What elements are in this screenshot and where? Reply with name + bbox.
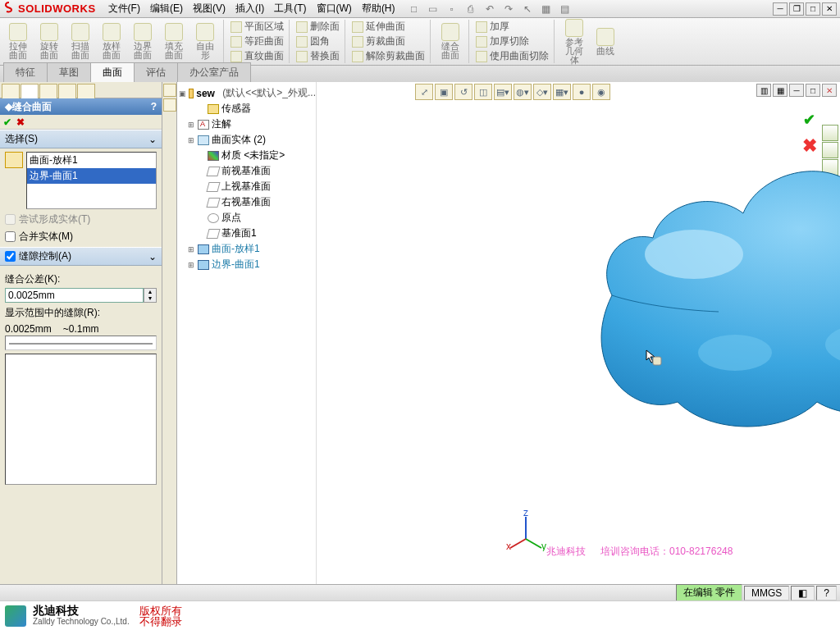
pm-ok-icon[interactable]: ✔ bbox=[3, 116, 11, 128]
qat-select-icon[interactable]: ↖ bbox=[519, 2, 536, 16]
rb-fill-surface[interactable]: 填充曲面 bbox=[161, 23, 187, 60]
tp-explorer-icon[interactable] bbox=[822, 159, 838, 176]
vt-render-icon[interactable]: ◉ bbox=[592, 84, 610, 100]
vt-prev-icon[interactable]: ↺ bbox=[454, 84, 472, 100]
rb-trim[interactable]: 剪裁曲面 bbox=[352, 34, 425, 48]
menu-help[interactable]: 帮助(H) bbox=[358, 0, 399, 17]
chk-merge[interactable]: 合并实体(M) bbox=[5, 230, 157, 244]
tree-plane1[interactable]: 基准面1 bbox=[221, 226, 257, 240]
tolerance-input[interactable] bbox=[5, 288, 144, 303]
vt-zoomfit-icon[interactable]: ⤢ bbox=[415, 84, 433, 100]
rb-extend[interactable]: 延伸曲面 bbox=[352, 20, 425, 34]
pm-tab-feature-icon[interactable] bbox=[2, 84, 20, 98]
doc-min-icon[interactable]: ─ bbox=[789, 84, 804, 97]
expand-icon[interactable]: ⊞ bbox=[187, 136, 195, 144]
tree-root[interactable]: sew bbox=[196, 88, 215, 99]
vt-appear-icon[interactable]: ● bbox=[573, 84, 591, 100]
win-max-icon[interactable]: □ bbox=[806, 2, 820, 16]
sel-item-0[interactable]: 曲面-放样1 bbox=[27, 153, 156, 168]
rb-curves[interactable]: 曲线 bbox=[592, 28, 619, 56]
rb-planar[interactable]: 平面区域 bbox=[231, 20, 284, 34]
rb-boundary-surface[interactable]: 边界曲面 bbox=[130, 23, 156, 60]
pm-section-select[interactable]: 选择(S) ⌄ bbox=[0, 130, 162, 148]
tab-surfaces[interactable]: 曲面 bbox=[90, 62, 135, 82]
tp-home-icon[interactable] bbox=[822, 125, 838, 141]
collapse-icon[interactable]: ⌄ bbox=[148, 134, 157, 145]
tab-office[interactable]: 办公室产品 bbox=[177, 62, 251, 82]
qat-redo-icon[interactable]: ↷ bbox=[500, 2, 517, 16]
qat-options-icon[interactable]: ▤ bbox=[557, 2, 573, 16]
tree-sensors[interactable]: 传感器 bbox=[221, 102, 251, 116]
doc-casc-icon[interactable]: ▦ bbox=[773, 84, 788, 97]
vt-zoomarea-icon[interactable]: ▣ bbox=[435, 84, 453, 100]
rb-thickencut[interactable]: 加厚切除 bbox=[476, 34, 549, 48]
rb-knit[interactable]: 缝合曲面 bbox=[437, 23, 463, 60]
pm-tab-dim-icon[interactable] bbox=[58, 84, 76, 98]
expand-icon[interactable]: ⊞ bbox=[187, 261, 195, 269]
rb-fillet[interactable]: 圆角 bbox=[296, 34, 340, 48]
tab-features[interactable]: 特征 bbox=[3, 62, 48, 82]
qat-open-icon[interactable]: ▭ bbox=[425, 2, 441, 16]
status-help-icon[interactable]: ? bbox=[816, 586, 837, 600]
chk-gap-control[interactable] bbox=[5, 251, 16, 262]
rb-refgeom[interactable]: 参考几何体 bbox=[561, 19, 587, 65]
pm-tab-pm-icon[interactable] bbox=[21, 84, 39, 98]
rb-deleteface[interactable]: 删除面 bbox=[296, 20, 340, 34]
tp-custom-icon[interactable] bbox=[822, 211, 838, 227]
rb-sweep-surface[interactable]: 扫描曲面 bbox=[67, 23, 94, 60]
qat-print-icon[interactable]: ⎙ bbox=[463, 2, 479, 16]
tp-view-icon[interactable] bbox=[822, 176, 838, 193]
tree-origin[interactable]: 原点 bbox=[221, 211, 241, 225]
rb-loft-surface[interactable]: 放样曲面 bbox=[98, 23, 125, 60]
menu-view[interactable]: 视图(V) bbox=[189, 0, 230, 17]
tolerance-spinner[interactable]: ▲▼ bbox=[144, 288, 157, 303]
rb-cutwithsurf[interactable]: 使用曲面切除 bbox=[476, 49, 549, 63]
tp-appear-icon[interactable] bbox=[822, 194, 838, 210]
rb-offset[interactable]: 等距曲面 bbox=[231, 34, 284, 48]
chk-solid[interactable]: 尝试形成实体(T) bbox=[5, 212, 157, 226]
rb-revolve-surface[interactable]: 旋转曲面 bbox=[36, 23, 62, 60]
win-restore-icon[interactable]: ❐ bbox=[789, 2, 804, 16]
rb-replaceface[interactable]: 替换面 bbox=[296, 49, 340, 63]
tree-front[interactable]: 前视基准面 bbox=[221, 164, 271, 178]
mtb-1-icon[interactable] bbox=[163, 84, 176, 97]
rb-untrim[interactable]: 解除剪裁曲面 bbox=[352, 49, 425, 63]
pm-tab-disp-icon[interactable] bbox=[77, 84, 95, 98]
mtb-2-icon[interactable] bbox=[163, 98, 176, 112]
confirm-cancel-icon[interactable]: ✖ bbox=[802, 135, 817, 157]
status-units[interactable]: MMGS bbox=[744, 586, 789, 600]
menu-window[interactable]: 窗口(W) bbox=[313, 0, 356, 17]
tree-annotations[interactable]: 注解 bbox=[212, 117, 231, 131]
tree-material[interactable]: 材质 <未指定> bbox=[221, 148, 285, 162]
selection-list[interactable]: 曲面-放样1 边界-曲面1 bbox=[26, 152, 157, 209]
gap-list[interactable] bbox=[5, 354, 157, 485]
vt-section-icon[interactable]: ◫ bbox=[474, 84, 492, 100]
qat-undo-icon[interactable]: ↶ bbox=[482, 2, 498, 16]
vt-hide-icon[interactable]: ◇▾ bbox=[533, 84, 551, 100]
surface-select-icon[interactable] bbox=[5, 152, 23, 168]
tp-lib-icon[interactable] bbox=[822, 142, 838, 158]
tab-sketch[interactable]: 草图 bbox=[47, 62, 91, 82]
doc-max-icon[interactable]: □ bbox=[806, 84, 820, 97]
tree-boundary[interactable]: 边界-曲面1 bbox=[212, 258, 260, 272]
range-slider[interactable] bbox=[5, 336, 157, 350]
vt-orient-icon[interactable]: ▤▾ bbox=[494, 84, 512, 100]
pm-cancel-icon[interactable]: ✖ bbox=[16, 116, 25, 128]
rb-thicken[interactable]: 加厚 bbox=[476, 20, 549, 34]
tab-evaluate[interactable]: 评估 bbox=[134, 62, 178, 82]
menu-edit[interactable]: 编辑(E) bbox=[146, 0, 187, 17]
menu-tools[interactable]: 工具(T) bbox=[270, 0, 310, 17]
qat-rebuild-icon[interactable]: ▦ bbox=[538, 2, 555, 16]
vt-scene-icon[interactable]: ▦▾ bbox=[553, 84, 571, 100]
tree-collapse-icon[interactable]: ▣ bbox=[179, 89, 186, 98]
doc-tile-icon[interactable]: ▥ bbox=[756, 84, 771, 97]
rb-extrude-surface[interactable]: 拉伸曲面 bbox=[5, 23, 31, 60]
tree-loft[interactable]: 曲面-放样1 bbox=[212, 242, 260, 256]
vt-display-icon[interactable]: ◍▾ bbox=[514, 84, 532, 100]
qat-save-icon[interactable]: ▫ bbox=[444, 2, 460, 16]
menu-file[interactable]: 文件(F) bbox=[104, 0, 144, 17]
graphics-viewport[interactable]: ⤢ ▣ ↺ ◫ ▤▾ ◍▾ ◇▾ ▦▾ ● ◉ ▥ ▦ ─ □ ✕ ✔ ✖ bbox=[317, 82, 840, 584]
qat-new-icon[interactable]: □ bbox=[406, 2, 422, 16]
win-min-icon[interactable]: ─ bbox=[773, 2, 788, 16]
rb-freeform[interactable]: 自由形 bbox=[192, 23, 218, 60]
